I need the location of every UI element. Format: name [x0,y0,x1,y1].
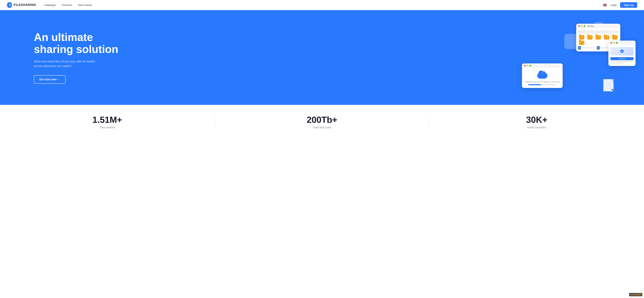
folder-icon [587,35,593,40]
nav-links: Catalogue Premium Earn money [44,3,92,6]
hero-section: An ultimate sharing solution Store and s… [0,10,644,105]
nav-catalogue[interactable]: Catalogue [44,3,56,6]
file-icon [597,46,600,50]
stat-number-members: 30K+ [526,115,548,125]
folder-icon [604,35,609,40]
window-dot-yellow [527,65,528,66]
window-dot-yellow [581,25,583,27]
stat-label-members: Active members [527,126,546,129]
folder-item [578,35,585,40]
folder-icon [579,35,584,40]
upload-title-bar [522,63,563,68]
get-start-button[interactable]: Get start now → [34,75,66,84]
nav-premium[interactable]: Premium [62,3,72,6]
logo-icon: ✕ [7,2,12,8]
upload-arrow-icon: ↑ [542,71,543,74]
stat-disk-used: 200Tb+ Total disk used [215,115,429,129]
navbar: ✕ FILESHARING Catalogue Premium Earn mon… [0,0,644,10]
download-body: ▶ Download [608,45,636,66]
stats-section: 1.51M+ Files shared 200Tb+ Total disk us… [0,105,644,138]
video-thumbnail: ▶ [610,47,634,55]
search-icon-mini [579,31,580,32]
navbar-right: 🇬🇧 Login Sign Up [602,2,637,8]
hero-content: An ultimate sharing solution Store and s… [34,31,118,84]
logo-x-icon: ✕ [8,3,11,7]
file-line [582,47,596,48]
window-dot-red [524,65,526,66]
download-line [610,61,634,62]
stat-label-files: Files shared [100,126,114,129]
file-manager-title: My files [588,25,594,27]
folder-item [578,41,585,45]
folder-item [586,35,594,40]
window-dot-green [530,65,531,66]
download-line-short [610,63,624,63]
window-dot-red [578,25,580,27]
stat-number-disk: 200Tb+ [307,115,338,125]
window-dot-red [610,42,612,44]
logo-text: FILESHARING [14,3,36,7]
signup-button[interactable]: Sign Up [620,2,637,8]
stat-active-members: 30K+ Active members [430,115,644,129]
window-dot-green [584,25,585,27]
window-dot-yellow [613,42,615,44]
folder-icon [612,35,618,40]
window-title-bar: My files [576,24,620,28]
folder-icon [579,41,584,45]
stat-number-files: 1.51M+ [92,115,122,125]
play-button-icon: ▶ [620,50,624,53]
search-bar-mini [578,30,618,33]
upload-text: Drag&drop files here for upload or choos… [525,81,560,83]
folder-item [603,35,610,40]
nav-earn-money[interactable]: Earn money [78,3,92,6]
language-flag-icon[interactable]: 🇬🇧 [602,3,607,7]
navbar-left: ✕ FILESHARING Catalogue Premium Earn mon… [7,2,92,8]
hero-title: An ultimate sharing solution [34,31,118,55]
logo[interactable]: ✕ FILESHARING [7,2,36,8]
download-title-bar [608,41,636,45]
hero-subtitle: Store and share files of any size, with … [34,59,102,68]
folder-item [611,35,618,40]
hero-illustration: My files [529,24,630,91]
login-button[interactable]: Login [610,3,617,6]
stat-files-shared: 1.51M+ Files shared [0,115,214,129]
upload-card: ↑ Drag&drop files here for upload or cho… [522,63,563,88]
cursor-icon: ↖ [611,87,615,93]
document-with-cursor: ↖ [603,79,614,91]
upload-body: ↑ Drag&drop files here for upload or cho… [522,68,563,88]
cloud-upload-icon: ↑ [537,71,548,80]
download-card: ▶ Download [608,41,636,66]
folder-item [594,35,602,40]
download-button[interactable]: Download [610,57,634,60]
folder-icon [596,35,601,40]
stat-label-disk: Total disk used [313,126,331,129]
window-dot-green [616,42,618,44]
file-icon [578,46,581,50]
upload-progress-bar [528,84,556,85]
upload-progress-fill [528,84,541,85]
